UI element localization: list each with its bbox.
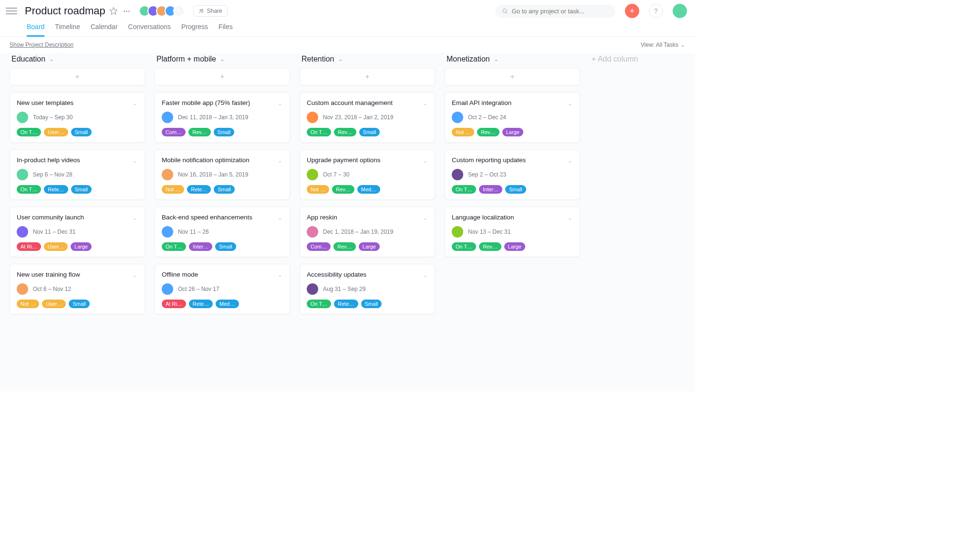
task-card[interactable]: Back-end speed enhancements⌄Nov 11 – 26O…: [155, 207, 290, 257]
add-column-button[interactable]: + Add column: [590, 53, 640, 68]
member-overflow-count[interactable]: 9: [173, 5, 185, 17]
chevron-down-icon[interactable]: ⌄: [567, 214, 573, 221]
tag[interactable]: Inter…: [479, 185, 502, 194]
tag[interactable]: Small: [71, 185, 92, 194]
tag[interactable]: Small: [69, 300, 90, 308]
tag[interactable]: Small: [214, 128, 235, 136]
tag[interactable]: Com…: [307, 242, 331, 251]
tab-calendar[interactable]: Calendar: [91, 23, 118, 36]
task-card[interactable]: Custom reporting updates⌄Sep 2 – Oct 23O…: [445, 149, 580, 200]
tag[interactable]: Rete…: [187, 185, 211, 194]
tag[interactable]: Med…: [216, 300, 239, 308]
assignee-avatar[interactable]: [307, 283, 318, 295]
task-card[interactable]: New user training flow⌄Oct 6 – Nov 12Not…: [10, 264, 145, 314]
chevron-down-icon[interactable]: ⌄: [422, 156, 428, 164]
quick-add-button[interactable]: +: [625, 4, 639, 18]
project-members[interactable]: 9: [142, 5, 185, 17]
assignee-avatar[interactable]: [162, 283, 173, 295]
tab-conversations[interactable]: Conversations: [128, 23, 171, 36]
chevron-down-icon[interactable]: ⌄: [277, 214, 283, 221]
tag[interactable]: Not …: [17, 300, 39, 308]
task-card[interactable]: Accessibility updates⌄Aug 31 – Sep 29On …: [300, 264, 435, 314]
add-card-button[interactable]: +: [155, 68, 290, 85]
show-description-link[interactable]: Show Project Description: [10, 41, 73, 48]
view-selector[interactable]: View: All Tasks ⌄: [641, 41, 685, 48]
tag[interactable]: User…: [44, 242, 68, 251]
assignee-avatar[interactable]: [17, 226, 28, 238]
assignee-avatar[interactable]: [307, 112, 318, 123]
chevron-down-icon[interactable]: ⌄: [422, 99, 428, 107]
tab-timeline[interactable]: Timeline: [55, 23, 80, 36]
tab-files[interactable]: Files: [218, 23, 233, 36]
task-card[interactable]: Upgrade payment options⌄Oct 7 – 30Not …R…: [300, 149, 435, 200]
chevron-down-icon[interactable]: ⌄: [422, 271, 428, 279]
assignee-avatar[interactable]: [452, 226, 463, 238]
assignee-avatar[interactable]: [17, 112, 28, 123]
tag[interactable]: Small: [215, 242, 236, 251]
tag[interactable]: Rev…: [479, 242, 501, 251]
task-card[interactable]: Mobile notification optimization⌄Nov 16,…: [155, 149, 290, 200]
tag[interactable]: On T…: [17, 185, 41, 194]
chevron-down-icon[interactable]: ⌄: [567, 99, 573, 107]
task-card[interactable]: Offline mode⌄Oct 26 – Nov 17At Ri…Rete…M…: [155, 264, 290, 314]
tab-board[interactable]: Board: [27, 23, 44, 37]
share-button[interactable]: Share: [193, 5, 228, 17]
task-card[interactable]: Email API integration⌄Oct 2 – Dec 24Not …: [445, 92, 580, 143]
assignee-avatar[interactable]: [162, 226, 173, 238]
chevron-down-icon[interactable]: ⌄: [277, 271, 283, 279]
tag[interactable]: On T…: [17, 128, 41, 136]
tag[interactable]: On T…: [162, 242, 186, 251]
more-actions-button[interactable]: [122, 10, 132, 12]
tag[interactable]: Small: [71, 128, 92, 136]
chevron-down-icon[interactable]: ⌄: [277, 99, 283, 107]
tag[interactable]: Inter…: [189, 242, 212, 251]
assignee-avatar[interactable]: [452, 169, 463, 180]
chevron-down-icon[interactable]: ⌄: [277, 156, 283, 164]
tag[interactable]: On T…: [307, 300, 331, 308]
tag[interactable]: Small: [361, 300, 382, 308]
tag[interactable]: Rev…: [332, 185, 354, 194]
tag[interactable]: Large: [502, 128, 523, 136]
tag[interactable]: Large: [359, 242, 380, 251]
tag[interactable]: Small: [214, 185, 235, 194]
tag[interactable]: Rete…: [334, 300, 358, 308]
column-header[interactable]: Retention⌄: [300, 53, 435, 68]
current-user-avatar[interactable]: [673, 4, 687, 18]
column-header[interactable]: Education⌄: [10, 53, 145, 68]
tag[interactable]: Large: [71, 242, 92, 251]
task-card[interactable]: Faster mobile app (75% faster)⌄Dec 11, 2…: [155, 92, 290, 143]
chevron-down-icon[interactable]: ⌄: [132, 99, 138, 107]
chevron-down-icon[interactable]: ⌄: [567, 156, 573, 164]
assignee-avatar[interactable]: [17, 169, 28, 180]
column-header[interactable]: Monetization⌄: [445, 53, 580, 68]
tag[interactable]: Com…: [162, 128, 186, 136]
assignee-avatar[interactable]: [162, 112, 173, 123]
add-card-button[interactable]: +: [445, 68, 580, 85]
tag[interactable]: At Ri…: [17, 242, 41, 251]
tag[interactable]: User…: [42, 300, 66, 308]
task-card[interactable]: New user templates⌄Today – Sep 30On T…Us…: [10, 92, 145, 143]
assignee-avatar[interactable]: [307, 226, 318, 238]
assignee-avatar[interactable]: [452, 112, 463, 123]
column-header[interactable]: Platform + mobile⌄: [155, 53, 290, 68]
assignee-avatar[interactable]: [162, 169, 173, 180]
tag[interactable]: Small: [359, 128, 380, 136]
tag[interactable]: Small: [505, 185, 526, 194]
task-card[interactable]: App reskin⌄Dec 1, 2018 – Jan 19, 2019Com…: [300, 207, 435, 257]
sidebar-toggle-button[interactable]: [6, 5, 17, 17]
task-card[interactable]: Language localization⌄Nov 13 – Dec 31On …: [445, 207, 580, 257]
task-card[interactable]: Custom account management⌄Nov 23, 2018 –…: [300, 92, 435, 143]
tab-progress[interactable]: Progress: [181, 23, 208, 36]
tag[interactable]: Rete…: [189, 300, 213, 308]
tag[interactable]: On T…: [307, 128, 331, 136]
chevron-down-icon[interactable]: ⌄: [132, 156, 138, 164]
tag[interactable]: User…: [44, 128, 68, 136]
tag[interactable]: Rev…: [188, 128, 211, 136]
tag[interactable]: On T…: [452, 185, 476, 194]
tag[interactable]: Rev…: [333, 242, 356, 251]
star-icon[interactable]: [109, 7, 118, 15]
assignee-avatar[interactable]: [307, 169, 318, 180]
tag[interactable]: Med…: [357, 185, 380, 194]
chevron-down-icon[interactable]: ⌄: [132, 271, 138, 279]
chevron-down-icon[interactable]: ⌄: [132, 214, 138, 221]
